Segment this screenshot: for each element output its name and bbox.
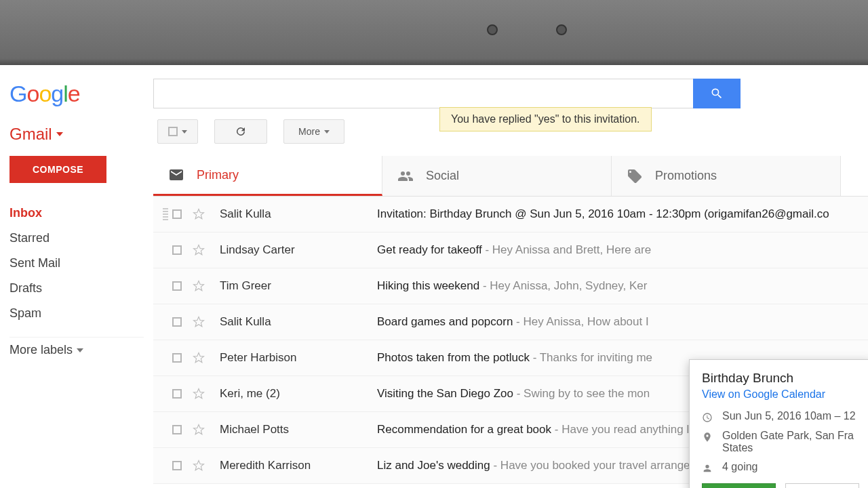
row-checkbox[interactable] [172,281,182,291]
row-checkbox[interactable] [172,317,182,327]
event-attendees: 4 going [722,461,758,473]
person-icon [702,463,713,474]
rsvp-maybe-button[interactable]: Maybe [785,483,859,488]
location-pin-icon [702,432,713,443]
sidebar-item-drafts[interactable]: Drafts [9,276,144,301]
rsvp-yes-button[interactable]: Yes [702,483,776,488]
search-input[interactable] [153,79,693,108]
content-area: More PrimarySocialPromotions Salit Kulla… [153,114,868,488]
svg-marker-5 [194,389,204,399]
star-button[interactable] [193,352,205,364]
header: G o o g l e [0,65,868,114]
event-title: Birthday Brunch [702,371,859,386]
google-logo[interactable]: G o o g l e [9,81,80,107]
star-button[interactable] [193,316,205,328]
camera-dot [556,24,567,35]
email-subject-line: Invitation: Birthday Brunch @ Sun Jun 5,… [377,207,829,221]
svg-marker-3 [194,317,204,327]
tab-primary[interactable]: Primary [153,156,382,196]
camera-dot [487,24,498,35]
star-button[interactable] [193,208,205,220]
email-sender: Keri, me (2) [220,387,377,401]
row-checkbox[interactable] [172,461,182,470]
select-all-dropdown[interactable] [157,119,198,144]
refresh-button[interactable] [214,119,267,144]
email-row[interactable]: Tim GreerHiking this weekend - Hey Aniss… [153,268,868,304]
email-row[interactable]: Salit KullaBoard games and popcorn - Hey… [153,304,868,340]
primary-icon [168,167,184,183]
sidebar-item-sent-mail[interactable]: Sent Mail [9,251,144,276]
star-button[interactable] [193,388,205,400]
email-sender: Peter Harbison [220,351,377,365]
gmail-dropdown[interactable]: Gmail [9,125,144,144]
svg-marker-4 [194,353,204,363]
promotions-icon [627,168,643,184]
calendar-invite-card: Birthday Brunch View on Google Calendar … [689,359,868,488]
star-button[interactable] [193,460,205,472]
caret-down-icon [77,348,83,352]
email-subject-line: Hiking this weekend - Hey Anissa, John, … [377,279,647,293]
compose-button[interactable]: COMPOSE [9,156,106,183]
email-sender: Salit Kulla [220,207,377,221]
email-subject-line: Photos taken from the potluck - Thanks f… [377,351,652,365]
row-checkbox[interactable] [172,353,182,363]
svg-marker-7 [194,461,204,470]
view-calendar-link[interactable]: View on Google Calendar [702,388,859,401]
email-sender: Lindsay Carter [220,243,377,257]
search-icon [710,87,724,100]
clock-icon [702,412,713,423]
sidebar: Gmail COMPOSE InboxStarredSent MailDraft… [0,114,153,488]
tab-promotions[interactable]: Promotions [612,156,841,196]
more-labels-dropdown[interactable]: More labels [9,337,144,363]
email-sender: Meredith Karrison [220,459,377,472]
checkbox-icon [168,127,178,136]
search-button[interactable] [693,79,741,108]
svg-marker-1 [194,245,204,255]
row-checkbox[interactable] [172,425,182,434]
toast-notification: You have replied "yes" to this invitatio… [439,107,652,131]
svg-marker-6 [194,425,204,434]
refresh-icon [235,125,247,138]
email-row[interactable]: Lindsay CarterGet ready for takeoff - He… [153,232,868,268]
caret-down-icon [56,132,63,136]
caret-down-icon [182,130,187,134]
email-row[interactable]: Salit KullaInvitation: Birthday Brunch @… [153,197,868,232]
event-location: Golden Gate Park, San Fra States [722,430,859,454]
email-sender: Tim Greer [220,279,377,293]
event-time: Sun Jun 5, 2016 10am – 12 [722,410,856,422]
email-subject-line: Board games and popcorn - Hey Anissa, Ho… [377,315,649,329]
social-icon [397,168,414,184]
row-checkbox[interactable] [172,245,182,255]
star-button[interactable] [193,424,205,436]
caret-down-icon [324,130,330,134]
drag-handle-icon [163,208,168,220]
svg-marker-2 [194,281,204,291]
sidebar-item-starred[interactable]: Starred [9,226,144,251]
more-dropdown[interactable]: More [283,119,344,144]
star-button[interactable] [193,244,205,256]
email-subject-line: Visiting the San Diego Zoo - Swing by to… [377,387,650,401]
svg-marker-0 [194,209,204,219]
sidebar-item-inbox[interactable]: Inbox [9,201,144,226]
tab-social[interactable]: Social [382,156,612,196]
email-subject-line: Get ready for takeoff - Hey Anissa and B… [377,243,651,257]
row-checkbox[interactable] [172,389,182,399]
sidebar-item-spam[interactable]: Spam [9,301,144,326]
row-checkbox[interactable] [172,209,182,219]
star-button[interactable] [193,280,205,292]
email-sender: Salit Kulla [220,315,377,329]
email-sender: Michael Potts [220,423,377,436]
laptop-bezel [0,0,868,65]
